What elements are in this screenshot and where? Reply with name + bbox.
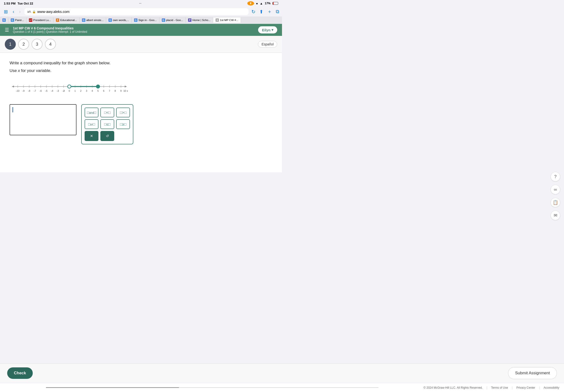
forward-button[interactable]: › xyxy=(18,8,22,15)
question-text-1: Write a compound inequality for the grap… xyxy=(10,60,273,66)
share-button[interactable]: ⬆ xyxy=(259,9,263,14)
question-nav-area: 1 2 3 4 Español xyxy=(0,36,282,53)
battery-icon xyxy=(273,2,278,5)
keypad-leq-button[interactable]: □≤□ xyxy=(100,119,114,129)
question-circle-2[interactable]: 2 xyxy=(18,39,29,50)
tab-label: albert einste... xyxy=(86,19,103,22)
keypad-less-than-button[interactable]: □<□ xyxy=(100,108,114,117)
tab-favicon: G xyxy=(109,18,112,22)
keypad-clear-button[interactable]: ✕ xyxy=(85,131,98,141)
battery-percent: 17% xyxy=(265,2,271,5)
svg-text:-5: -5 xyxy=(45,90,48,92)
tab-einstein[interactable]: G albert einste... xyxy=(80,17,106,23)
tab-signin[interactable]: G Sign in - Goo... xyxy=(132,17,159,23)
tab-favicon: P xyxy=(188,18,192,22)
tab-educational[interactable]: F Educational... xyxy=(54,17,80,23)
assignment-info: 1st MP CW # 6 Compound Inequalities Ques… xyxy=(13,26,87,33)
tab-label: own words,... xyxy=(113,19,129,22)
tab-parer[interactable]: G Parer... xyxy=(8,17,27,23)
tab-label: President Lu... xyxy=(33,19,51,22)
tab-google-1[interactable]: G xyxy=(0,17,8,23)
svg-text:-1: -1 xyxy=(63,90,65,92)
tab-label: Parer... xyxy=(15,19,24,22)
back-button[interactable]: ‹ xyxy=(12,8,15,15)
espanol-button[interactable]: Español xyxy=(258,41,277,48)
question-circle-3[interactable]: 3 xyxy=(31,39,42,50)
tab-president[interactable]: AP President Lu... xyxy=(27,17,54,23)
tab-label: 1st MP CW #... xyxy=(220,19,238,22)
tab-home[interactable]: P Home | Scho... xyxy=(186,17,213,23)
tab-favicon: G xyxy=(134,18,138,22)
svg-text:6: 6 xyxy=(103,90,104,92)
address-bar[interactable]: aA 🔒 www-awy.aleks.com xyxy=(24,8,248,15)
main-content: Write a compound inequality for the grap… xyxy=(0,53,282,172)
wifi-icon: ● xyxy=(256,2,258,5)
chevron-down-icon: ▾ xyxy=(272,28,273,32)
question-circle-1[interactable]: 1 xyxy=(5,39,16,50)
svg-text:10 x: 10 x xyxy=(124,90,128,92)
tab-favicon: G xyxy=(11,18,14,22)
tab-favicon: G xyxy=(2,18,6,22)
tab-favicon: G xyxy=(82,18,85,22)
tab-close-icon: ✕ xyxy=(216,18,219,22)
answer-area: □and□ □<□ □>□ □or□ □≤□ □≥□ ✕ ↺ xyxy=(10,104,273,144)
tab-label: Sign in - Goo... xyxy=(138,19,157,22)
open-circle xyxy=(68,85,71,88)
keypad-and-label: □and□ xyxy=(87,111,96,114)
tab-aleks-active[interactable]: ✕ 1st MP CW #... xyxy=(213,17,241,23)
keypad-greater-than-button[interactable]: □>□ xyxy=(116,108,130,117)
mic-button[interactable]: 🎙 xyxy=(247,1,254,5)
keypad-or-button[interactable]: □or□ xyxy=(85,119,98,129)
svg-text:-8: -8 xyxy=(28,90,30,92)
question-circles: 1 2 3 4 xyxy=(5,39,56,50)
text-cursor xyxy=(13,107,13,112)
question-text-2: Use x for your variable. xyxy=(10,68,273,74)
svg-text:8: 8 xyxy=(114,90,116,92)
tab-favicon: AP xyxy=(29,18,32,22)
time: 1:53 PM xyxy=(4,2,15,5)
font-size-label: aA xyxy=(27,10,31,13)
tab-placid[interactable]: G placid - Goo... xyxy=(159,17,186,23)
assignment-meta: Question 1 of 4 (1 point) | Question Att… xyxy=(13,30,87,33)
svg-text:-7: -7 xyxy=(34,90,36,92)
new-tab-button[interactable]: ＋ xyxy=(267,8,272,15)
date: Tue Oct 22 xyxy=(17,2,33,5)
signal-icon: ▲ xyxy=(260,2,263,5)
left-arrow xyxy=(12,85,14,87)
keypad-gt-label: □>□ xyxy=(120,111,126,114)
svg-text:-6: -6 xyxy=(40,90,42,92)
lock-icon: 🔒 xyxy=(32,10,36,13)
tabs-button[interactable]: ⧉ xyxy=(276,9,279,14)
sidebar-toggle-button[interactable]: ⊞ xyxy=(3,8,9,15)
tab-ownwords[interactable]: G own words,... xyxy=(106,17,132,23)
keypad-geq-label: □≥□ xyxy=(120,122,126,126)
keypad-lt-label: □<□ xyxy=(104,111,111,114)
number-line-container: -10 -8 -6 -4 -2 0 1 2 3 4 5 6 7 8 9 10 x… xyxy=(10,79,273,97)
keypad-leq-label: □≤□ xyxy=(104,122,110,126)
tab-label: Home | Scho... xyxy=(193,19,210,22)
refresh-button[interactable]: ↻ xyxy=(251,9,255,14)
answer-input-box[interactable] xyxy=(10,104,76,135)
clear-icon: ✕ xyxy=(90,134,93,138)
question-circle-4[interactable]: 4 xyxy=(45,39,56,50)
closed-circle xyxy=(96,85,100,88)
right-arrow xyxy=(125,85,127,87)
status-bar: 1:53 PM Tue Oct 22 ··· 🎙 ● ▲ 17% xyxy=(0,0,282,7)
user-menu-button[interactable]: Eilyn ▾ xyxy=(258,26,277,33)
keypad-and-button[interactable]: □and□ xyxy=(85,108,98,117)
aleks-header: ☰ 1st MP CW # 6 Compound Inequalities Qu… xyxy=(0,24,282,36)
hamburger-menu-icon[interactable]: ☰ xyxy=(5,27,9,33)
tab-label: Educational... xyxy=(60,19,77,22)
tab-label: placid - Goo... xyxy=(166,19,183,22)
number-line-svg: -10 -8 -6 -4 -2 0 1 2 3 4 5 6 7 8 9 10 x… xyxy=(10,82,129,94)
browser-chrome: ⊞ ‹ › aA 🔒 www-awy.aleks.com ↻ ⬆ ＋ ⧉ xyxy=(0,7,282,16)
tab-favicon: G xyxy=(162,18,165,22)
keypad-geq-button[interactable]: □≥□ xyxy=(116,119,130,129)
keypad-reset-button[interactable]: ↺ xyxy=(100,131,114,141)
svg-text:4: 4 xyxy=(92,90,93,92)
svg-text:0: 0 xyxy=(69,90,70,92)
svg-text:-3: -3 xyxy=(57,90,59,92)
svg-text:-10: -10 xyxy=(16,90,20,92)
svg-text:2: 2 xyxy=(80,90,82,92)
keypad-or-label: □or□ xyxy=(88,122,95,126)
